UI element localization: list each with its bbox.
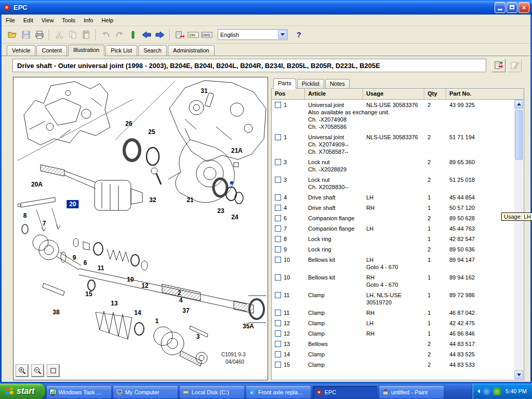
open-button[interactable] [6,28,19,42]
callout-10[interactable]: 10 [127,276,134,283]
callout-9[interactable]: 9 [73,254,76,261]
row-checkbox[interactable] [275,310,281,316]
scroll-up-button[interactable] [514,100,523,109]
status-button[interactable] [126,28,140,42]
table-row[interactable]: 3Lock nutCh. X2028830--251 25 018 [272,175,515,192]
fit-view-button[interactable] [47,365,59,377]
send-to-picklist-button[interactable] [491,59,506,72]
callout-4[interactable]: 4 [179,297,183,304]
tray-update-icon[interactable] [483,388,490,395]
taskbar-button-task-manager[interactable]: Windows Task ... [47,386,111,398]
row-checkbox[interactable] [275,257,281,263]
table-row[interactable]: 15Clamp244 83 533 [272,360,515,370]
undo-button[interactable] [99,28,113,42]
callout-31[interactable]: 31 [201,87,207,95]
jump-to-picklist-button[interactable] [173,28,187,42]
row-checkbox[interactable] [275,362,281,368]
callout-7[interactable]: 7 [43,220,46,227]
column-header-qty[interactable]: Qty [424,89,446,100]
row-checkbox[interactable] [275,320,281,326]
redo-button[interactable] [113,28,126,42]
table-row[interactable]: 12ClampRH146 86 846 [272,328,515,339]
callout-35A[interactable]: 35A [243,323,254,330]
menu-file[interactable]: File [2,16,19,25]
column-header-partno[interactable]: Part No. [446,89,524,100]
start-button[interactable]: start [0,383,45,399]
row-checkbox[interactable] [275,205,281,211]
zoom-in-button[interactable] [16,365,28,377]
back-button[interactable] [140,28,153,42]
table-row[interactable]: 4Drive shaftRH150 57 120 [272,203,515,213]
table-row[interactable]: 3Lock nutCh. -X2028829289 65 360 [272,157,515,175]
scrollbar-thumb[interactable] [515,110,523,159]
cut-button[interactable] [52,28,66,42]
dms-button[interactable]: DMS [200,28,214,42]
table-row[interactable]: 6Companion flange289 50 628 [272,213,515,223]
callout-38[interactable]: 38 [52,309,59,316]
vin-button[interactable]: VIN [187,28,200,42]
menu-edit[interactable]: Edit [19,16,37,25]
menu-info[interactable]: Info [79,16,97,25]
callout-12[interactable]: 12 [141,282,148,289]
table-row[interactable]: 8Lock ring142 82 547 [272,234,515,244]
table-row[interactable]: 14Clamp244 83 525 [272,349,515,360]
row-checkbox[interactable] [275,341,281,347]
chevron-down-icon[interactable] [278,30,287,39]
callout-21A[interactable]: 21A [231,147,243,154]
column-header-article[interactable]: Article [305,89,363,100]
table-row[interactable]: 1Universal jointCh. X2074909--Ch. X70585… [272,132,515,157]
illustration-panel[interactable]: 26253121A20A2032212324879611101224371513… [13,77,268,380]
table-row[interactable]: 10Bellows kitLHGoto 4 - 670189 94 147 [272,255,515,272]
callout-1[interactable]: 1 [155,317,159,325]
callout-3[interactable]: 3 [196,333,200,340]
callout-25[interactable]: 25 [148,128,155,136]
table-row[interactable]: 12ClampLH142 42 475 [272,318,515,328]
callout-8[interactable]: 8 [23,212,27,219]
callout-6[interactable]: 6 [84,259,87,267]
tab-content[interactable]: Content [36,45,67,56]
row-checkbox[interactable] [275,292,281,298]
tab-search[interactable]: Search [138,45,167,56]
callout-21[interactable]: 21 [187,196,193,204]
row-checkbox[interactable] [275,330,281,337]
table-row[interactable]: 11ClampRH146 87 042 [272,308,515,318]
callout-14[interactable]: 14 [134,309,141,316]
callout-37[interactable]: 37 [182,307,189,314]
print-button[interactable] [33,28,46,42]
table-row[interactable]: 11ClampLH, NLS-USE30519720189 72 986 [272,290,515,308]
row-checkbox[interactable] [275,236,281,242]
menu-view[interactable]: View [37,16,58,25]
forward-button[interactable] [153,28,167,42]
callout-20[interactable]: 20 [66,200,78,208]
tab-administration[interactable]: Administration [168,45,215,56]
row-checkbox[interactable] [275,159,281,165]
column-header-pos[interactable]: Pos [272,89,305,100]
row-checkbox[interactable] [275,102,281,108]
hide-icons-chevron-icon[interactable] [477,389,480,393]
callout-2[interactable]: 2 [178,289,181,297]
menu-help[interactable]: Help [97,16,117,25]
callout-20A[interactable]: 20A [31,181,43,188]
minimize-button[interactable] [495,2,506,13]
copy-button[interactable] [66,28,79,42]
table-row[interactable]: 1Universal jointAlso available as exchan… [272,100,515,132]
row-checkbox[interactable] [275,246,281,252]
row-checkbox[interactable] [275,194,281,201]
callout-26[interactable]: 26 [125,120,132,127]
table-row[interactable]: 10Bellows kitRHGoto 4 - 670189 94 162 [272,272,515,290]
save-button[interactable] [19,28,33,42]
row-checkbox[interactable] [275,134,281,140]
edit-note-button[interactable] [508,59,522,72]
taskbar-button-paint[interactable]: untitled - Paint [379,386,444,398]
tab-parts[interactable]: Parts [273,78,296,89]
callout-23[interactable]: 23 [217,207,224,215]
tab-notes[interactable]: Notes [325,79,350,88]
help-button[interactable]: ? [292,28,305,42]
tab-picklist[interactable]: Picklist [297,79,324,88]
tab-vehicle[interactable]: Vehicle [7,45,35,56]
callout-13[interactable]: 13 [111,300,117,307]
callout-24[interactable]: 24 [231,214,238,221]
taskbar-button-local-disk[interactable]: Local Disk (C:) [180,386,244,398]
callout-15[interactable]: 15 [85,290,92,298]
close-button[interactable]: × [518,2,529,13]
